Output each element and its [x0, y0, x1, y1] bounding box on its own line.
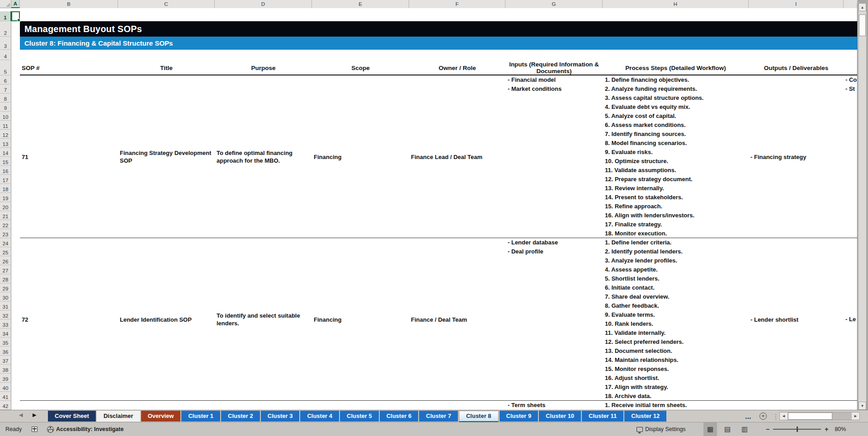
- sop-step-item[interactable]: 5. Analyze cost of capital.: [605, 112, 747, 121]
- sop-input-item[interactable]: - Lender database: [508, 238, 601, 247]
- add-sheet-icon[interactable]: +: [760, 413, 767, 420]
- sop-input-item[interactable]: - Financial model: [508, 75, 601, 84]
- sheet-tab-cluster-12[interactable]: Cluster 12: [624, 411, 666, 422]
- row-header-12[interactable]: 12: [0, 130, 11, 139]
- column-header-F[interactable]: F: [409, 0, 505, 8]
- sop-step-item[interactable]: 15. Refine approach.: [605, 202, 747, 211]
- column-header-partial[interactable]: [844, 0, 858, 8]
- sheet-tab-cover-sheet[interactable]: Cover Sheet: [48, 411, 96, 422]
- horizontal-scrollbar[interactable]: ◀ ▶: [779, 412, 860, 420]
- row-header-16[interactable]: 16: [0, 166, 11, 175]
- scroll-right-icon[interactable]: ▶: [852, 413, 859, 420]
- sop-owner-cell[interactable]: Finance Lead / Deal Team: [411, 75, 504, 238]
- row-header-3[interactable]: 3: [0, 37, 11, 50]
- sheet-tab-cluster-5[interactable]: Cluster 5: [340, 411, 379, 422]
- sop-outputs-cell[interactable]: - Lender shortlist: [750, 238, 842, 401]
- vertical-scrollbar[interactable]: ▲ ▼: [858, 3, 866, 410]
- sheet-tab-disclaimer[interactable]: Disclaimer: [97, 411, 140, 422]
- sop-step-item[interactable]: 17. Finalize strategy.: [605, 220, 747, 229]
- sop-number-cell[interactable]: 72: [22, 238, 116, 401]
- sop-step-item[interactable]: 2. Identify potential lenders.: [605, 247, 747, 256]
- sop-step-item[interactable]: 18. Archive data.: [605, 392, 747, 401]
- scroll-down-icon[interactable]: ▼: [859, 402, 866, 410]
- row-header-39[interactable]: 39: [0, 374, 11, 383]
- sheet-tab-cluster-2[interactable]: Cluster 2: [221, 411, 260, 422]
- row-header-10[interactable]: 10: [0, 112, 11, 121]
- sop-step-item[interactable]: 12. Prepare strategy document.: [605, 175, 747, 184]
- sop-step-item[interactable]: 11. Validate assumptions.: [605, 166, 747, 175]
- row-header-31[interactable]: 31: [0, 301, 11, 310]
- sheet-tab-cluster-11[interactable]: Cluster 11: [582, 411, 623, 422]
- row-header-37[interactable]: 37: [0, 356, 11, 365]
- column-header-G[interactable]: G: [505, 0, 603, 8]
- row-header-13[interactable]: 13: [0, 139, 11, 148]
- row-header-6[interactable]: 6: [0, 75, 11, 84]
- row-header-23[interactable]: 23: [0, 229, 11, 238]
- sop-step-item[interactable]: 2. Analyze funding requirements.: [605, 84, 747, 94]
- row-header-36[interactable]: 36: [0, 347, 11, 356]
- row-header-27[interactable]: 27: [0, 265, 11, 274]
- row-header-33[interactable]: 33: [0, 319, 11, 328]
- row-header-42[interactable]: 42: [0, 401, 11, 410]
- row-header-41[interactable]: 41: [0, 392, 11, 401]
- sop-step-item[interactable]: 16. Adjust shortlist.: [605, 374, 747, 383]
- column-header-C[interactable]: C: [118, 0, 215, 8]
- row-header-9[interactable]: 9: [0, 103, 11, 112]
- row-header-38[interactable]: 38: [0, 365, 11, 374]
- row-header-15[interactable]: 15: [0, 157, 11, 166]
- column-header-B[interactable]: B: [20, 0, 118, 8]
- row-header-11[interactable]: 11: [0, 121, 11, 130]
- sop-scope-cell[interactable]: Financing: [314, 238, 407, 401]
- scroll-left-icon[interactable]: ◀: [780, 413, 788, 420]
- sop-step-item[interactable]: 6. Initiate contact.: [605, 283, 747, 292]
- zoom-slider-thumb[interactable]: [797, 427, 798, 432]
- sop-step-item[interactable]: 15. Monitor responses.: [605, 365, 747, 374]
- row-header-5[interactable]: 5: [0, 60, 11, 75]
- sop-step-item[interactable]: 17. Align with strategy.: [605, 383, 747, 392]
- sop-step-item[interactable]: 18. Monitor execution.: [605, 229, 747, 238]
- sop-step-item[interactable]: 7. Identify financing sources.: [605, 130, 747, 139]
- macro-record-icon[interactable]: [32, 422, 38, 436]
- select-all-corner[interactable]: [0, 0, 11, 8]
- sop-step-item[interactable]: 4. Assess appetite.: [605, 265, 747, 274]
- sop-step-item[interactable]: 14. Maintain relationships.: [605, 356, 747, 365]
- sheet-title-banner[interactable]: Management Buyout SOPs: [20, 21, 858, 37]
- normal-view-icon[interactable]: ▦: [703, 422, 717, 436]
- sheet-tab-cluster-8[interactable]: Cluster 8: [459, 411, 499, 422]
- row-header-40[interactable]: 40: [0, 383, 11, 392]
- horizontal-scrollbar-thumb[interactable]: [788, 413, 832, 420]
- sheet-tab-cluster-4[interactable]: Cluster 4: [300, 411, 339, 422]
- row-header-30[interactable]: 30: [0, 292, 11, 301]
- tab-nav-left-icon[interactable]: ◀: [19, 412, 23, 418]
- tab-overflow-button[interactable]: ...: [745, 413, 751, 421]
- row-header-26[interactable]: 26: [0, 256, 11, 265]
- sop-step-item[interactable]: 9. Evaluate terms.: [605, 310, 747, 319]
- row-header-22[interactable]: 22: [0, 220, 11, 229]
- partial-row-step[interactable]: 1. Receive initial term sheets.: [605, 401, 747, 410]
- row-header-18[interactable]: 18: [0, 184, 11, 193]
- sop-step-item[interactable]: 1. Define financing objectives.: [605, 75, 747, 84]
- sheet-tab-cluster-9[interactable]: Cluster 9: [500, 411, 538, 422]
- sop-outputs-cell[interactable]: - Financing strategy: [750, 75, 842, 238]
- sop-step-item[interactable]: 13. Review internally.: [605, 184, 747, 193]
- row-header-1[interactable]: 1: [0, 11, 11, 21]
- sheet-tab-overview[interactable]: Overview: [141, 411, 181, 422]
- sop-clipped-text[interactable]: - Co: [845, 75, 858, 84]
- sop-step-item[interactable]: 14. Present to stakeholders.: [605, 193, 747, 202]
- sop-step-item[interactable]: 11. Validate internally.: [605, 328, 747, 338]
- row-header-35[interactable]: 35: [0, 338, 11, 347]
- sop-step-item[interactable]: 10. Rank lenders.: [605, 319, 747, 328]
- sop-step-item[interactable]: 6. Assess market conditions.: [605, 121, 747, 130]
- page-break-view-icon[interactable]: ▥: [738, 422, 751, 436]
- sop-scope-cell[interactable]: Financing: [314, 75, 407, 238]
- sop-step-item[interactable]: 10. Optimize structure.: [605, 157, 747, 166]
- sop-title-cell[interactable]: Financing Strategy Development SOP: [120, 75, 215, 238]
- sop-owner-cell[interactable]: Finance / Deal Team: [411, 238, 504, 401]
- sop-step-item[interactable]: 9. Evaluate risks.: [605, 148, 747, 157]
- partial-row-input[interactable]: - Term sheets: [508, 401, 601, 410]
- row-header-14[interactable]: 14: [0, 148, 11, 157]
- tab-nav-right-icon[interactable]: ▶: [33, 412, 36, 418]
- sop-clipped-text[interactable]: - Le: [845, 315, 858, 324]
- accessibility-status[interactable]: Accessibility: Investigate: [47, 422, 123, 436]
- column-header-E[interactable]: E: [312, 0, 409, 8]
